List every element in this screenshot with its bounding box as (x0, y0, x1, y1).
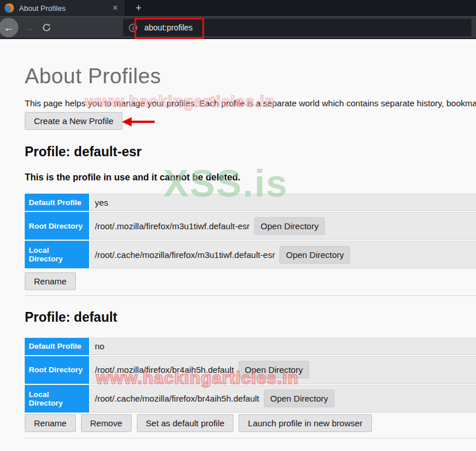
new-tab-button[interactable]: + (130, 0, 147, 16)
url-text: about:profiles (144, 23, 193, 32)
table-row: Local Directory /root/.cache/mozilla/fir… (25, 385, 476, 413)
table-row: Default Profile no (25, 338, 476, 355)
row-label: Root Directory (25, 356, 89, 384)
profile-default-table: Default Profile no Root Directory /root/… (25, 338, 476, 413)
reload-icon[interactable] (39, 18, 54, 37)
root-directory-path: /root/.mozilla/firefox/m3u1tiwf.default-… (95, 221, 249, 231)
row-label: Root Directory (25, 212, 89, 240)
remove-button[interactable]: Remove (81, 414, 132, 432)
profile-in-use-note: This is the profile in use and it cannot… (25, 172, 476, 183)
profile-default-esr-actions: Rename (25, 272, 476, 290)
tab-bar: About Profiles × + (0, 0, 476, 16)
row-value: /root/.mozilla/firefox/br4aih5h.default … (90, 356, 476, 384)
row-value: /root/.cache/mozilla/firefox/br4aih5h.de… (90, 385, 476, 413)
local-directory-path: /root/.cache/mozilla/firefox/m3u1tiwf.de… (95, 250, 275, 260)
row-value: yes (90, 194, 476, 211)
row-value: no (90, 338, 476, 355)
tab-title: About Profiles (19, 4, 110, 13)
open-directory-button[interactable]: Open Directory (264, 390, 335, 407)
row-label: Default Profile (25, 338, 89, 355)
profile-default-esr-table: Default Profile yes Root Directory /root… (25, 194, 476, 268)
info-icon (129, 24, 137, 32)
forward-button[interactable]: → (21, 18, 36, 37)
profile-default-heading: Profile: default (25, 310, 476, 326)
tab-close-icon[interactable]: × (110, 3, 120, 13)
profile-default-actions: Rename Remove Set as default profile Lau… (25, 414, 476, 432)
root-directory-path: /root/.mozilla/firefox/br4aih5h.default (95, 365, 234, 375)
back-button[interactable]: ← (0, 18, 18, 37)
tab-about-profiles[interactable]: About Profiles × (0, 0, 125, 16)
row-label: Local Directory (25, 241, 89, 268)
rename-button[interactable]: Rename (25, 272, 76, 290)
table-row: Root Directory /root/.mozilla/firefox/br… (25, 356, 476, 384)
row-label: Default Profile (25, 194, 89, 211)
about-profiles-page: About Profiles This page helps you to ma… (0, 40, 476, 451)
table-row: Local Directory /root/.cache/mozilla/fir… (25, 241, 476, 268)
page-title: About Profiles (25, 64, 476, 89)
local-directory-path: /root/.cache/mozilla/firefox/br4aih5h.de… (95, 394, 259, 403)
set-default-profile-button[interactable]: Set as default profile (137, 414, 234, 432)
table-row: Root Directory /root/.mozilla/firefox/m3… (25, 212, 476, 240)
open-directory-button[interactable]: Open Directory (279, 246, 350, 264)
intro-text: This page helps you to manage your profi… (25, 98, 476, 108)
section-divider (25, 295, 476, 296)
navigation-toolbar: ← → about:profiles (0, 16, 476, 39)
open-directory-button[interactable]: Open Directory (254, 217, 325, 235)
launch-profile-button[interactable]: Launch profile in new browser (239, 414, 371, 432)
default-profile-value: yes (95, 198, 108, 207)
row-value: /root/.mozilla/firefox/m3u1tiwf.default-… (90, 212, 476, 240)
rename-button[interactable]: Rename (25, 414, 76, 432)
row-label: Local Directory (25, 385, 89, 413)
default-profile-value: no (95, 341, 105, 351)
create-new-profile-button[interactable]: Create a New Profile (25, 112, 122, 130)
profile-default-esr-heading: Profile: default-esr (25, 144, 476, 160)
url-bar[interactable]: about:profiles (123, 19, 471, 36)
open-directory-button[interactable]: Open Directory (239, 361, 309, 379)
row-value: /root/.cache/mozilla/firefox/m3u1tiwf.de… (90, 241, 476, 268)
section-divider (25, 438, 476, 438)
table-row: Default Profile yes (25, 194, 476, 211)
firefox-icon (5, 3, 14, 13)
create-profile-row: Create a New Profile (25, 112, 476, 130)
